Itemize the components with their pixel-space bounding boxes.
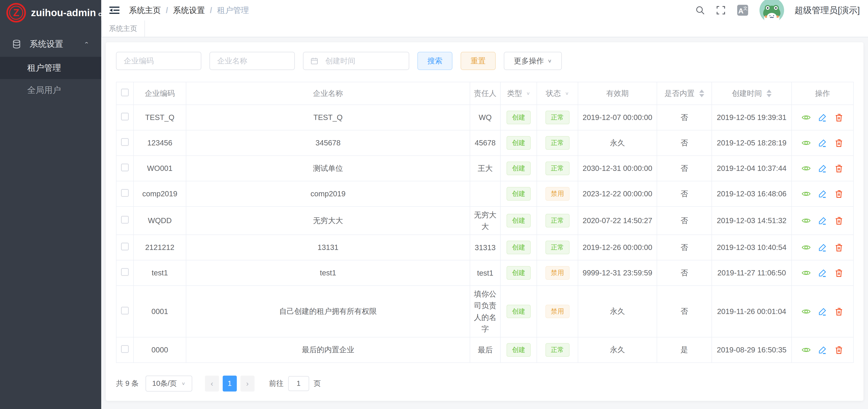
prev-page-button[interactable]: ‹ [205,376,219,391]
sort-icon[interactable] [699,90,704,97]
collapse-sidebar-icon[interactable] [108,5,120,16]
cell-type: 创建 [500,156,537,181]
more-actions-button[interactable]: 更多操作 ∨ [504,52,562,70]
view-icon[interactable] [801,216,811,226]
total-count-label: 共 9 条 [116,379,139,388]
header-cell-created[interactable]: 创建时间 [712,82,792,105]
edit-icon[interactable] [818,243,827,252]
cell-status: 禁用 [537,181,578,207]
delete-icon[interactable] [834,189,844,199]
row-checkbox[interactable] [121,307,129,314]
avatar[interactable] [760,0,784,23]
row-checkbox[interactable] [121,189,129,197]
language-icon[interactable]: A 文 [736,4,749,16]
status-badge: 正常 [546,162,569,175]
current-user-label[interactable]: 超级管理员[演示] [795,5,860,16]
cell-code: WQDD [133,207,186,235]
cell-checkbox [116,337,133,363]
cell-checkbox [116,181,133,207]
delete-icon[interactable] [834,113,844,122]
fullscreen-icon[interactable] [716,5,726,15]
header-cell-status[interactable]: 状态∨ [537,82,578,105]
delete-icon[interactable] [834,268,844,278]
logo: Z zuihou-admincloud [0,0,101,26]
edit-icon[interactable] [818,138,827,148]
enterprise-code-input[interactable] [116,52,201,70]
sidebar-item-system-settings[interactable]: 系统设置 ⌃ [0,31,101,57]
delete-icon[interactable] [834,216,844,226]
view-icon[interactable] [801,138,811,148]
view-icon[interactable] [801,268,811,278]
cell-checkbox [116,130,133,156]
cell-validity: 永久 [578,285,657,337]
sort-icon[interactable] [767,90,772,97]
view-icon[interactable] [801,307,811,316]
search-button[interactable]: 搜索 [417,52,453,70]
cell-type: 创建 [500,105,537,130]
sidebar-item-tenant-management[interactable]: 租户管理 [0,57,101,79]
table-header-row: 企业编码企业名称责任人类型∨状态∨有效期是否内置创建时间操作 [116,82,854,105]
cell-type: 创建 [500,285,537,337]
delete-icon[interactable] [834,307,844,316]
cell-name: 自己创建的租户拥有所有权限 [186,285,470,337]
row-checkbox[interactable] [121,268,129,276]
row-checkbox[interactable] [121,345,129,353]
type-badge: 创建 [506,214,531,228]
breadcrumb-item[interactable]: 系统主页 [129,5,161,16]
enterprise-name-input[interactable] [210,52,295,70]
created-time-input[interactable] [303,52,409,70]
page-size-select[interactable]: 10条/页 ∨ [146,376,192,391]
cell-builtin: 否 [657,260,712,285]
cell-type: 创建 [500,260,537,285]
status-badge: 正常 [546,136,569,150]
view-icon[interactable] [801,243,811,252]
row-checkbox[interactable] [121,216,129,224]
cell-created: 2019-11-27 11:06:50 [712,260,792,285]
row-checkbox[interactable] [121,113,129,121]
header-cell-type[interactable]: 类型∨ [500,82,537,105]
goto-label: 前往 [269,379,284,388]
cell-builtin: 是 [657,337,712,363]
page-number-button[interactable]: 1 [223,376,237,391]
view-icon[interactable] [801,345,811,355]
app-window: Z zuihou-admincloud 系统设置 ⌃ 租户管理 全局用户 [0,0,868,409]
created-time-picker[interactable] [303,52,409,70]
filter-icon[interactable]: ∨ [526,91,530,96]
edit-icon[interactable] [818,164,827,173]
edit-icon[interactable] [818,189,827,199]
breadcrumb-item[interactable]: 系统设置 [173,5,205,16]
edit-icon[interactable] [818,216,827,226]
filter-icon[interactable]: ∨ [565,91,569,96]
tab-system-home[interactable]: 系统主页 [101,21,145,37]
cell-ops [792,130,854,156]
header-cell-builtin[interactable]: 是否内置 [657,82,712,105]
goto-page-input[interactable] [288,376,309,391]
delete-icon[interactable] [834,138,844,148]
delete-icon[interactable] [834,243,844,252]
edit-icon[interactable] [818,268,827,278]
search-icon[interactable] [695,5,705,15]
cell-validity: 9999-12-31 23:59:59 [578,260,657,285]
row-checkbox[interactable] [121,138,129,146]
cell-owner: 45678 [470,130,500,156]
edit-icon[interactable] [818,307,827,316]
next-page-button[interactable]: › [241,376,254,391]
cell-validity: 永久 [578,130,657,156]
row-checkbox[interactable] [121,164,129,171]
row-checkbox[interactable] [121,243,129,250]
edit-icon[interactable] [818,113,827,122]
cell-builtin: 否 [657,285,712,337]
view-icon[interactable] [801,113,811,122]
sidebar-item-global-users[interactable]: 全局用户 [0,79,101,101]
select-all-checkbox[interactable] [121,89,129,96]
view-icon[interactable] [801,164,811,173]
cell-builtin: 否 [657,105,712,130]
header-cell-checkbox [116,82,133,105]
reset-button[interactable]: 重置 [461,52,496,70]
view-icon[interactable] [801,189,811,199]
edit-icon[interactable] [818,345,827,355]
delete-icon[interactable] [834,345,844,355]
table-row: 123456 345678 45678 创建 正常 永久 否 2019-12-0… [116,130,854,156]
delete-icon[interactable] [834,164,844,173]
cell-created: 2019-12-03 10:40:54 [712,235,792,260]
